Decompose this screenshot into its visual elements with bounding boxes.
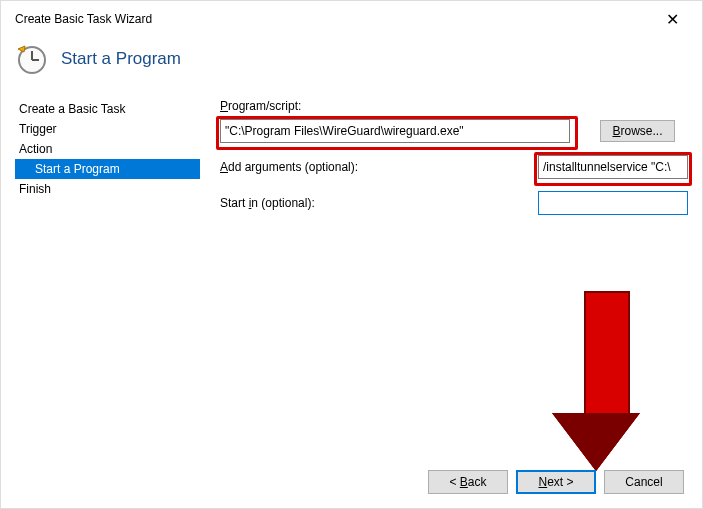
next-button[interactable]: Next > xyxy=(516,470,596,494)
window-title: Create Basic Task Wizard xyxy=(15,12,152,26)
arguments-label: Add arguments (optional): xyxy=(220,160,370,174)
clock-icon xyxy=(15,43,47,75)
cancel-button[interactable]: Cancel xyxy=(604,470,684,494)
wizard-main: Program/script: Browse... Add arguments … xyxy=(220,99,688,215)
back-button[interactable]: < Back xyxy=(428,470,508,494)
program-script-input[interactable] xyxy=(220,119,570,143)
sidebar-item-start-program[interactable]: Start a Program xyxy=(15,159,200,179)
sidebar-item-finish[interactable]: Finish xyxy=(15,179,200,199)
sidebar-item-create-task[interactable]: Create a Basic Task xyxy=(15,99,200,119)
page-title: Start a Program xyxy=(61,49,181,69)
titlebar: Create Basic Task Wizard ✕ xyxy=(1,1,702,33)
red-arrow-annotation xyxy=(575,291,638,471)
sidebar-item-action[interactable]: Action xyxy=(15,139,200,159)
browse-button[interactable]: Browse... xyxy=(600,120,675,142)
wizard-button-bar: < Back Next > Cancel xyxy=(428,470,684,494)
wizard-header: Start a Program xyxy=(1,33,702,99)
arguments-input[interactable] xyxy=(538,155,688,179)
startin-label: Start in (optional): xyxy=(220,196,370,210)
sidebar-item-trigger[interactable]: Trigger xyxy=(15,119,200,139)
wizard-sidebar: Create a Basic Task Trigger Action Start… xyxy=(15,99,200,199)
close-icon[interactable]: ✕ xyxy=(652,10,692,29)
startin-input[interactable] xyxy=(538,191,688,215)
program-label: Program/script: xyxy=(220,99,688,113)
